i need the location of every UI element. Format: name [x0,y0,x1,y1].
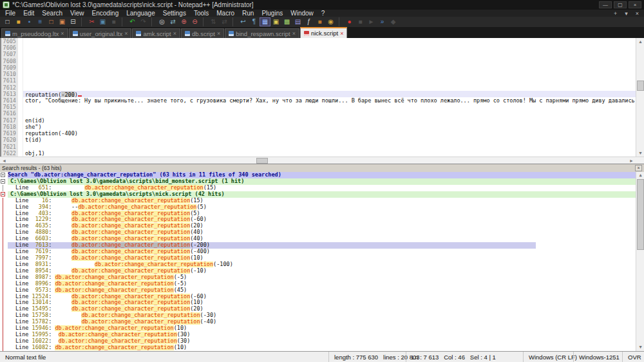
fold-marker-margin[interactable] [0,178,8,185]
menu-plugins[interactable]: Plugins [258,10,287,17]
editor-vscroll-thumb[interactable] [637,81,644,91]
record-macro-icon[interactable]: ● [344,17,355,26]
tab-close-icon[interactable]: × [217,31,220,36]
editor-line[interactable]: 7607 [1,51,644,57]
editor-line[interactable]: 7606 [1,44,644,51]
results-scroll-up-icon[interactable]: ▲ [636,172,644,179]
file-monitoring-icon[interactable]: ◉ [325,17,336,26]
panel-close-icon[interactable]: × [635,165,642,171]
hit-row[interactable]: Line 4635: db.actor:change_character_rep… [0,223,644,229]
editor-line[interactable]: 7616 [1,110,644,117]
menu-settings[interactable]: Settings [159,10,190,17]
tab-close-icon[interactable]: × [124,31,128,36]
tab-close-icon[interactable]: × [173,31,176,36]
editor-line[interactable]: 7615 [1,104,644,110]
fold-marker-margin[interactable] [0,191,8,198]
menu-search[interactable]: Search [38,10,66,17]
tab-nick-script[interactable]: nick.script× [300,27,348,38]
menu-view[interactable]: View [66,10,88,17]
open-folder-icon[interactable]: ■ [13,17,24,26]
tab-amk-script[interactable]: amk.script× [132,28,180,38]
editor-line[interactable]: 7614ctor, "Сообщение: Ну вы прикиньте...… [1,97,644,104]
hit-row[interactable]: Line 16022: db.actor:change_character_re… [0,338,644,345]
hit-row[interactable]: Line 15995: db.actor:change_character_re… [0,332,644,338]
scroll-left-arrow-icon[interactable]: ◄ [0,157,8,164]
doc-switcher-icon[interactable]: ▣ [270,17,281,26]
hit-row[interactable]: Line 394: --db.actor:change_character_re… [0,204,644,211]
find-icon[interactable]: ◎ [156,17,167,26]
close-tab-icon[interactable]: × [632,10,643,17]
hit-row[interactable]: Line 8931: db.actor:change_character_rep… [0,262,644,268]
hit-row[interactable]: Line 12524: db.actor:change_character_re… [0,294,644,300]
replace-icon[interactable]: ⇄ [167,17,178,26]
editor-line[interactable]: 7610 [1,71,644,77]
editor-line[interactable]: 7617en(id) [1,117,644,124]
tab-close-icon[interactable]: × [340,31,343,36]
new-file-icon[interactable]: □ [2,17,13,26]
hit-row[interactable]: Line 6603: db.actor:change_character_rep… [0,236,644,242]
zoom-in-icon[interactable]: ⊕ [178,17,189,26]
close-file-icon[interactable]: □ [46,17,57,26]
editor[interactable]: 760576067607760876097610761176127613repu… [0,38,644,157]
run-macro-multiple-icon[interactable]: » [377,17,388,26]
hit-row[interactable]: Line 1229: db.actor:change_character_rep… [0,216,644,223]
menu-file[interactable]: File [1,10,19,17]
results-vertical-scrollbar[interactable]: ▲ ▼ [636,172,644,351]
tab-db-script[interactable]: db.script× [181,28,224,38]
editor-line[interactable]: 7620t(id) [1,137,644,143]
hit-row[interactable]: Line 7619: db.actor:change_character_rep… [0,249,644,255]
new-tab-icon[interactable]: + [610,10,621,17]
editor-hscroll-thumb[interactable] [256,158,268,164]
menu-edit[interactable]: Edit [19,10,38,17]
scroll-up-arrow-icon[interactable]: ▲ [636,38,644,45]
collapse-box-icon[interactable] [1,192,5,196]
tab-bind_respawn-script[interactable]: bind_respawn.script× [225,28,299,38]
file-result-row[interactable]: C:\Games\Oblivion lost 3.0\gamedata\scri… [0,178,644,185]
hit-row[interactable]: Line 15495: db.actor:change_character_re… [0,306,644,312]
status-eol-format[interactable]: Windows (CR LF) [523,352,573,362]
document-map-icon[interactable]: ▩ [281,17,292,26]
editor-line[interactable]: 7611 [1,77,644,84]
editor-line[interactable]: 7612 [1,84,644,91]
menu-help[interactable]: ? [317,10,329,17]
hit-row[interactable]: Line 15782: db.actor:change_character_re… [0,319,644,325]
show-all-characters-icon[interactable]: ¶ [249,17,260,26]
scroll-down-arrow-icon[interactable]: ▼ [636,149,644,157]
tab-close-icon[interactable]: × [61,31,64,36]
undo-icon[interactable]: ↶ [127,17,138,26]
folder-as-workspace-icon[interactable]: ■ [314,17,325,26]
word-wrap-icon[interactable]: ↩ [238,17,249,26]
hit-row[interactable]: Line 8987: db.actor:change_character_rep… [0,274,644,281]
function-list-icon[interactable]: ƒ [303,17,314,26]
tab-m_pseudodog-ltx[interactable]: m_pseudodog.ltx× [1,28,68,38]
tab-close-icon[interactable]: × [292,31,296,36]
editor-line[interactable]: 7609 [1,64,644,71]
doc-list-icon[interactable]: ▤ [292,17,303,26]
editor-line[interactable]: 7613reputation(-200) [1,91,644,97]
editor-line[interactable]: 7608 [1,58,644,64]
menu-encoding[interactable]: Encoding [88,10,123,17]
tab-user_original-ltx[interactable]: user_original.ltx× [69,28,132,38]
editor-line[interactable]: 7621 [1,144,644,150]
zoom-out-icon[interactable]: ⊖ [189,17,200,26]
hit-row[interactable]: Line 8996: db.actor:change_character_rep… [0,281,644,287]
tab-list-icon[interactable]: ▾ [621,10,632,17]
search-results-list[interactable]: Search "db.actor:change_character_reputa… [0,172,644,351]
minimize-button[interactable]: — [599,1,612,8]
hit-row[interactable]: Line 8954: db.actor:change_character_rep… [0,268,644,274]
status-insert-mode[interactable]: OVR [622,352,644,362]
file-result-row[interactable]: C:\Games\Oblivion lost 3.0\gamedata\scri… [0,191,644,198]
hit-row[interactable]: Line 16082: db.actor:change_character_re… [0,345,644,351]
results-scroll-down-icon[interactable]: ▼ [636,344,644,351]
indent-guide-icon[interactable]: ▦ [260,17,270,26]
cut-icon[interactable]: ✂ [86,17,97,26]
results-vscroll-thumb[interactable] [637,179,644,250]
save-icon[interactable]: ▪ [24,17,35,26]
print-icon[interactable]: ⊟ [68,17,79,26]
editor-line[interactable]: 7618she") [1,124,644,130]
menu-tools[interactable]: Tools [190,10,213,17]
copy-icon[interactable]: ▣ [97,17,108,26]
collapse-box-icon[interactable] [1,173,5,177]
hit-row[interactable]: Line 651: db.actor:change_character_repu… [0,185,644,191]
hit-row[interactable]: Line 9573: db.actor:change_character_rep… [0,287,644,294]
